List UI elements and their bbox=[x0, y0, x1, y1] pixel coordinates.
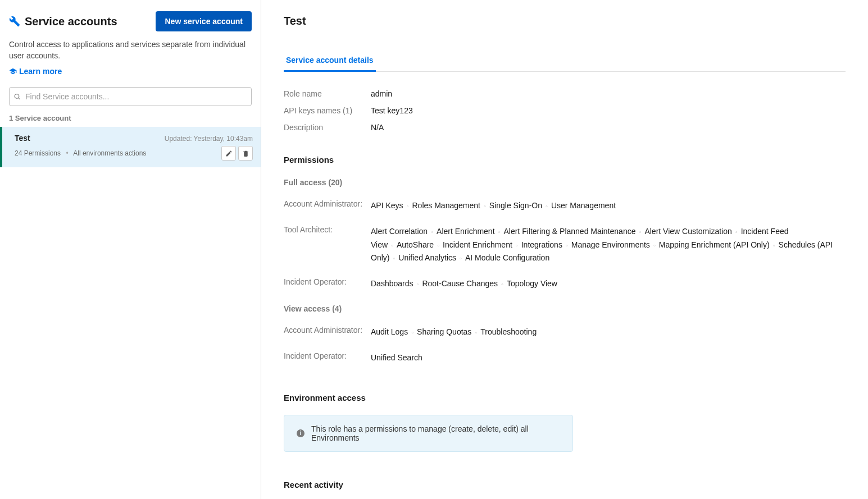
perm-item: Alert Correlation bbox=[371, 227, 428, 236]
recent-activity-heading: Recent activity bbox=[284, 480, 846, 489]
view-access-heading: View access (4) bbox=[284, 304, 846, 313]
full-access-heading: Full access (20) bbox=[284, 178, 846, 187]
account-count-label: 1 Service account bbox=[0, 106, 261, 127]
perm-item: Sharing Quotas bbox=[417, 327, 471, 336]
info-icon: i bbox=[297, 429, 305, 437]
perm-item: Troubleshooting bbox=[480, 327, 537, 336]
perm-items: Alert Correlation◦Alert Enrichment◦Alert… bbox=[371, 225, 846, 265]
page-title-group: Service accounts bbox=[9, 15, 117, 28]
perm-items: Unified Search bbox=[371, 351, 846, 365]
perm-block: Incident Operator:Dashboards◦Root-Cause … bbox=[284, 277, 846, 291]
perm-role-label: Incident Operator: bbox=[284, 277, 371, 286]
perm-item: Alert Enrichment bbox=[437, 227, 494, 236]
updated-value: Yesterday, 10:43am bbox=[194, 135, 253, 143]
perm-role-label: Account Administrator: bbox=[284, 326, 371, 335]
account-list-item[interactable]: Test Updated: Yesterday, 10:43am 24 Perm… bbox=[0, 127, 261, 167]
perm-item: AutoShare bbox=[397, 240, 434, 249]
learn-more-label: Learn more bbox=[19, 67, 62, 76]
pencil-icon bbox=[225, 150, 233, 157]
perm-role-label: Account Administrator: bbox=[284, 199, 371, 208]
perm-item: Incident Enrichment bbox=[443, 240, 512, 249]
perm-items: Dashboards◦Root-Cause Changes◦Topology V… bbox=[371, 277, 846, 291]
delete-button[interactable] bbox=[238, 146, 253, 161]
perm-item: Alert View Customization bbox=[644, 227, 731, 236]
perm-item: Mapping Enrichment (API Only) bbox=[659, 240, 770, 249]
dot-separator: ◦ bbox=[566, 242, 568, 249]
perm-item: Audit Logs bbox=[371, 327, 408, 336]
env-info-text: This role has a permissions to manage (c… bbox=[311, 424, 560, 442]
account-name: Test bbox=[15, 134, 30, 143]
full-access-list: Account Administrator:API Keys◦Roles Man… bbox=[284, 199, 846, 291]
search-icon bbox=[13, 93, 21, 100]
edit-button[interactable] bbox=[221, 146, 236, 161]
env-info-banner: i This role has a permissions to manage … bbox=[284, 415, 573, 452]
page-title: Service accounts bbox=[25, 15, 117, 28]
perm-item: Roles Management bbox=[412, 201, 480, 210]
account-meta: 24 Permissions • All environments action… bbox=[15, 149, 146, 157]
dot-separator: ◦ bbox=[475, 329, 477, 336]
learn-more-link[interactable]: Learn more bbox=[9, 67, 62, 76]
main-content: Test Service account details Role name a… bbox=[261, 0, 868, 499]
dot-separator: ◦ bbox=[516, 242, 518, 249]
role-name-value: admin bbox=[371, 89, 392, 98]
dot-separator: ◦ bbox=[484, 203, 486, 209]
dot-separator: ◦ bbox=[735, 228, 738, 235]
search-box bbox=[9, 87, 252, 106]
search-input[interactable] bbox=[9, 87, 252, 106]
dot-separator: ◦ bbox=[407, 203, 409, 209]
perm-item: Dashboards bbox=[371, 279, 413, 288]
dot-separator: ◦ bbox=[546, 203, 548, 209]
dot-separator: ◦ bbox=[639, 228, 641, 235]
dot-separator: ◦ bbox=[653, 242, 656, 249]
perm-items: API Keys◦Roles Management◦Single Sign-On… bbox=[371, 199, 846, 213]
details-row-role: Role name admin bbox=[284, 85, 846, 102]
tab-details[interactable]: Service account details bbox=[284, 50, 376, 72]
perm-item: AI Module Configuration bbox=[465, 253, 549, 262]
perm-item: API Keys bbox=[371, 201, 403, 210]
new-service-account-button[interactable]: New service account bbox=[156, 11, 252, 31]
perm-item: Alert Filtering & Planned Maintenance bbox=[503, 227, 635, 236]
perm-block: Incident Operator:Unified Search bbox=[284, 351, 846, 365]
page-description: Control access to applications and servi… bbox=[9, 39, 252, 61]
perm-block: Account Administrator:Audit Logs◦Sharing… bbox=[284, 326, 846, 339]
details-grid: Role name admin API keys names (1) Test … bbox=[284, 85, 846, 136]
perm-item: Manage Environments bbox=[571, 240, 650, 249]
api-keys-label: API keys names (1) bbox=[284, 106, 371, 115]
perm-items: Audit Logs◦Sharing Quotas◦Troubleshootin… bbox=[371, 326, 846, 339]
perm-item: Root-Cause Changes bbox=[422, 279, 498, 288]
perm-block: Account Administrator:API Keys◦Roles Man… bbox=[284, 199, 846, 213]
perm-role-label: Incident Operator: bbox=[284, 351, 371, 360]
wrench-icon bbox=[9, 16, 20, 27]
graduation-cap-icon bbox=[9, 67, 17, 75]
description-value: N/A bbox=[371, 123, 384, 132]
perm-item: User Management bbox=[551, 201, 616, 210]
perm-item: Integrations bbox=[521, 240, 562, 249]
dot-separator: ◦ bbox=[498, 228, 501, 235]
main-title: Test bbox=[284, 15, 846, 28]
env-scope: All environments actions bbox=[73, 149, 146, 157]
dot-separator: ◦ bbox=[773, 242, 775, 249]
perm-item: Unified Search bbox=[371, 353, 422, 362]
details-row-apikeys: API keys names (1) Test key123 bbox=[284, 102, 846, 119]
env-access-heading: Environment access bbox=[284, 393, 846, 402]
sidebar: Service accounts New service account Con… bbox=[0, 0, 261, 499]
dot-separator: ◦ bbox=[391, 242, 393, 249]
dot-separator: ◦ bbox=[460, 255, 462, 262]
view-access-list: Account Administrator:Audit Logs◦Sharing… bbox=[284, 326, 846, 365]
dot-separator: ◦ bbox=[417, 281, 419, 287]
api-keys-value: Test key123 bbox=[371, 106, 413, 115]
role-name-label: Role name bbox=[284, 89, 371, 98]
svg-line-1 bbox=[19, 98, 20, 99]
description-label: Description bbox=[284, 123, 371, 132]
dot-separator: ◦ bbox=[411, 329, 413, 336]
account-updated: Updated: Yesterday, 10:43am bbox=[165, 135, 253, 143]
updated-label: Updated: bbox=[165, 135, 192, 143]
perm-block: Tool Architect:Alert Correlation◦Alert E… bbox=[284, 225, 846, 265]
tabs: Service account details bbox=[284, 50, 846, 72]
perm-count: 24 Permissions bbox=[15, 149, 61, 157]
perm-item: Single Sign-On bbox=[489, 201, 542, 210]
perm-item: Unified Analytics bbox=[398, 253, 456, 262]
dot-separator: ◦ bbox=[393, 255, 395, 262]
perm-item: Topology View bbox=[507, 279, 557, 288]
details-row-desc: Description N/A bbox=[284, 119, 846, 136]
